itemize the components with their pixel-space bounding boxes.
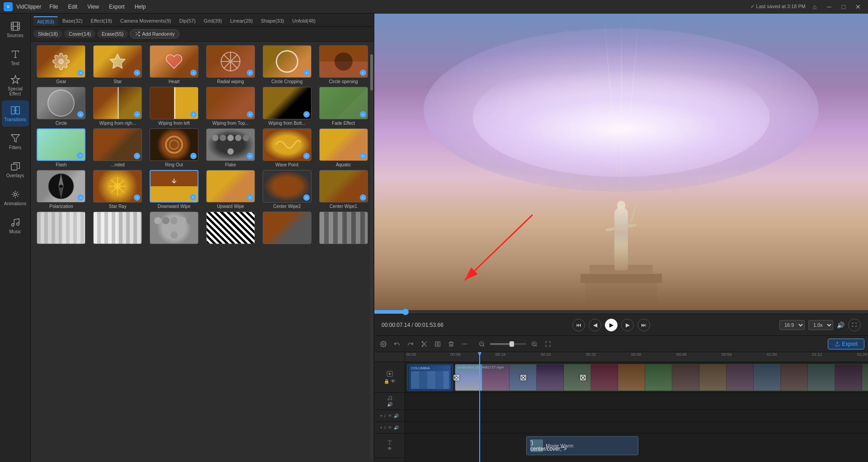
transition-flake[interactable]: + Flake xyxy=(204,128,258,167)
sidebar-item-transitions[interactable]: Transitions xyxy=(2,100,29,127)
play-button[interactable]: ▶ xyxy=(605,319,618,331)
menu-view[interactable]: View xyxy=(83,2,104,12)
transition-thumb-wipbott[interactable]: + xyxy=(263,87,311,119)
transition-gear[interactable]: + Gear xyxy=(34,45,88,84)
transitions-scrollbar-thumb[interactable] xyxy=(370,54,373,90)
transition-thumb-row5a[interactable] xyxy=(37,212,85,244)
transition-row5c[interactable] xyxy=(147,212,201,245)
home-btn[interactable]: ⌂ xyxy=(809,2,820,11)
tab-shape[interactable]: Shape(33) xyxy=(257,16,288,26)
step-forward-button[interactable]: ▶ xyxy=(621,319,634,331)
tl-zoom-out-button[interactable] xyxy=(476,339,487,349)
fullscreen-button[interactable]: ⛶ xyxy=(848,319,861,331)
menu-edit[interactable]: Edit xyxy=(64,2,82,12)
filter-erase[interactable]: Erase(55) xyxy=(97,30,128,38)
transitions-scrollbar[interactable] xyxy=(370,54,373,460)
transition-thumb-blended[interactable]: + xyxy=(93,128,142,161)
sidebar-item-animations[interactable]: Animations xyxy=(2,184,29,211)
transition-thumb-wiptop[interactable]: + xyxy=(206,87,255,119)
transition-centerwipe2[interactable]: + Center Wipe2 xyxy=(260,170,314,209)
transitions-grid-container[interactable]: + Gear + Star xyxy=(31,42,374,462)
transition-thumb-wipleft[interactable]: + xyxy=(150,87,198,119)
transition-star[interactable]: + Star xyxy=(91,45,145,84)
transition-ringout[interactable]: + Ring Out xyxy=(147,128,201,167)
zoom-select[interactable]: 1.0x 0.5x 2.0x xyxy=(808,320,833,330)
tl-redo-button[interactable] xyxy=(405,339,416,349)
transition-row5b[interactable] xyxy=(91,212,145,245)
transition-thumb-circleopen[interactable]: + xyxy=(319,45,368,78)
filter-cover[interactable]: Cover(14) xyxy=(64,30,95,38)
track-vis-icon[interactable]: 👁 xyxy=(391,378,396,384)
tab-linear[interactable]: Linear(29) xyxy=(226,16,256,26)
transition-starr[interactable]: + Star Ray xyxy=(91,170,145,209)
transition-marker-1[interactable]: ⊠ xyxy=(448,362,464,393)
minimize-btn[interactable]: ─ xyxy=(824,2,835,11)
sidebar-item-overlays[interactable]: Overlays xyxy=(2,156,29,183)
sidebar-item-filters[interactable]: Filters xyxy=(2,128,29,155)
tl-settings-button[interactable] xyxy=(378,339,389,349)
tl-split-button[interactable] xyxy=(432,339,443,349)
transition-marker-3[interactable]: ⊠ xyxy=(575,362,591,393)
video-clip-columbia[interactable]: COLUMBIA xyxy=(407,364,453,391)
transition-row5e[interactable] xyxy=(260,212,314,245)
tl-zoom-slider[interactable] xyxy=(490,343,526,345)
step-back-button[interactable]: ◀ xyxy=(589,319,601,331)
export-button[interactable]: Export xyxy=(828,339,864,349)
text-vis-icon[interactable]: 👁 xyxy=(387,446,392,451)
skip-back-button[interactable]: ⏮ xyxy=(572,319,585,331)
tab-camera[interactable]: Camera Movements(9) xyxy=(117,16,175,26)
tab-dip[interactable]: Dip(57) xyxy=(176,16,199,26)
transition-thumb-circlecrop[interactable]: + xyxy=(263,45,311,78)
transition-thumb-flash[interactable]: + xyxy=(37,128,85,161)
tab-unfold[interactable]: Unfold(48) xyxy=(288,16,319,26)
close-btn[interactable]: ✕ xyxy=(853,2,863,11)
transition-downwipe[interactable]: + Downward Wipe xyxy=(147,170,201,209)
track-lock-icon[interactable]: 🔒 xyxy=(384,379,389,384)
transition-blended[interactable]: + ...nded xyxy=(91,128,145,167)
transition-thumb-row5c[interactable] xyxy=(150,212,198,244)
tab-base[interactable]: Base(32) xyxy=(59,16,86,26)
transition-row5f[interactable] xyxy=(316,212,370,245)
transition-thumb-heart[interactable]: + xyxy=(150,45,198,78)
transition-thumb-row5e[interactable] xyxy=(263,212,311,244)
transition-thumb-gear[interactable]: + xyxy=(37,45,85,78)
transition-heart[interactable]: + Heart xyxy=(147,45,201,84)
transition-flash[interactable]: + Flash xyxy=(34,128,88,167)
transition-thumb-star[interactable]: + xyxy=(93,45,142,78)
volume-button[interactable]: 🔊 xyxy=(837,321,844,329)
menu-help[interactable]: Help xyxy=(130,2,151,12)
transition-thumb-centerwipe2[interactable]: + xyxy=(263,170,311,203)
sidebar-item-music[interactable]: Music xyxy=(2,212,29,239)
tl-more-button[interactable] xyxy=(459,339,470,349)
transition-thumb-ringout[interactable]: + xyxy=(150,128,198,161)
sidebar-item-text[interactable]: Text xyxy=(2,44,29,71)
text-clip-movie-warm[interactable]: ') center/cover;"> Movie Warm xyxy=(526,436,638,455)
tl-cut-button[interactable] xyxy=(419,339,429,349)
audio-mute-icon[interactable]: 🔊 xyxy=(387,402,392,407)
transition-row5d[interactable] xyxy=(204,212,258,245)
tab-effect[interactable]: Effect(19) xyxy=(87,16,116,26)
transition-thumb-upwipe[interactable]: + xyxy=(206,170,255,203)
transition-marker-2[interactable]: ⊠ xyxy=(515,362,531,393)
transition-thumb-wavepoint[interactable]: + xyxy=(263,128,311,161)
sidebar-item-special-effect[interactable]: Special Effect xyxy=(2,72,29,99)
aspect-ratio-select[interactable]: 16:9 4:3 1:1 xyxy=(779,320,805,330)
transition-thumb-row5d[interactable] xyxy=(206,212,255,244)
transition-aquatic[interactable]: + Aquatic xyxy=(316,128,370,167)
menu-file[interactable]: File xyxy=(45,2,62,12)
transition-thumb-row5f[interactable] xyxy=(319,212,368,244)
transition-thumb-fade[interactable]: + xyxy=(319,87,368,119)
transition-wipright[interactable]: + Wiping from righ... xyxy=(91,87,145,126)
tab-all[interactable]: All(353) xyxy=(33,16,58,26)
transition-fade[interactable]: + Fade Effect xyxy=(316,87,370,126)
transition-polar[interactable]: + Polarization xyxy=(34,170,88,209)
tl-fit-button[interactable] xyxy=(542,339,553,349)
maximize-btn[interactable]: □ xyxy=(838,2,849,11)
transition-upwipe[interactable]: + Upward Wipe xyxy=(204,170,258,209)
seek-bar[interactable] xyxy=(374,310,868,314)
tl-delete-button[interactable] xyxy=(446,339,457,349)
filter-slide[interactable]: Slide(18) xyxy=(33,30,62,38)
transition-thumb-aquatic[interactable]: + xyxy=(319,128,368,161)
transition-row5a[interactable] xyxy=(34,212,88,245)
transition-thumb-flake[interactable]: + xyxy=(206,128,255,161)
